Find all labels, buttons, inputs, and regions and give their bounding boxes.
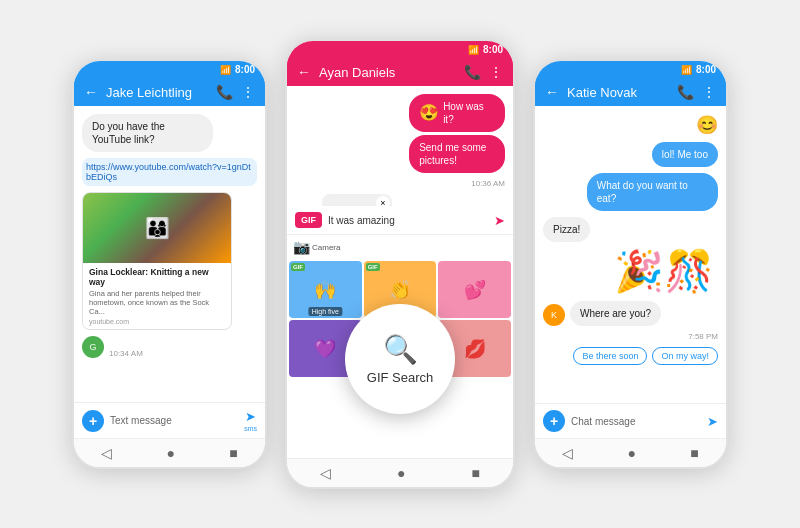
camera-label: Camera (312, 243, 340, 252)
phone2-top-bar: ← Ayan Daniels 📞 ⋮ (287, 58, 513, 86)
phone3-input-area: + Chat message ➤ (535, 403, 726, 438)
phone1-input-area: + Text message ➤ sms (74, 402, 265, 438)
youtube-preview: 👨‍👩‍👦 Gina Locklear: Knitting a new way … (82, 192, 232, 330)
sent-bubble-lol: lol! Me too (652, 142, 718, 167)
gif-cell-3[interactable]: 💕 (438, 261, 511, 318)
preview-image: 👨‍👩‍👦 (83, 193, 231, 263)
phone2-nav: ◁ ● ■ (287, 458, 513, 487)
preview-desc: Gina and her parents helped their hometo… (89, 289, 225, 316)
send-icon-3[interactable]: ➤ (707, 414, 718, 429)
category-row: 📷 Camera (287, 234, 513, 259)
chip-be-there[interactable]: Be there soon (573, 347, 647, 365)
phone1-text-input[interactable]: Text message (110, 415, 238, 426)
phone1-header: 📶 8:00 ← Jake Leichtling 📞 ⋮ (74, 61, 265, 106)
emoji-sticker: 😊 (696, 114, 718, 136)
phone3-status-bar: 📶 8:00 (535, 61, 726, 78)
send-column: ➤ sms (244, 409, 257, 432)
sent-bubble-eat: What do you want to eat? (587, 173, 718, 211)
phone3-text-input[interactable]: Chat message (571, 416, 701, 427)
preview-info: Gina Locklear: Knitting a new way Gina a… (83, 263, 231, 329)
phone3-nav: ◁ ● ■ (535, 438, 726, 467)
phone3-contact: Katie Novak (567, 85, 669, 100)
avatar: G (82, 336, 104, 358)
close-icon[interactable]: × (376, 196, 390, 206)
emoji: 😍 (419, 103, 439, 124)
signal-icons-3: 📶 (681, 65, 692, 75)
phone1-nav: ◁ ● ■ (74, 438, 265, 467)
received-where: Where are you? (570, 301, 661, 326)
send-icon-2[interactable]: ➤ (494, 213, 505, 228)
gif-magnifier[interactable]: 🔍 GIF Search (345, 304, 455, 414)
phone2-status-bar: 📶 8:00 (287, 41, 513, 58)
avatar-3: K (543, 304, 565, 326)
sent-bubble-1: 😍 How was it? (409, 94, 505, 132)
phone2-compose: GIF It was amazing ➤ (287, 206, 513, 234)
phone-3: 📶 8:00 ← Katie Novak 📞 ⋮ 😊 lol! Me too W… (533, 59, 728, 469)
compose-input[interactable]: It was amazing (328, 215, 488, 226)
phone2-header: 📶 8:00 ← Ayan Daniels 📞 ⋮ (287, 41, 513, 86)
home-nav[interactable]: ● (167, 445, 175, 461)
send-icon[interactable]: ➤ (245, 409, 256, 424)
message-bubble: Do you have the YouTube link? (82, 114, 213, 152)
gif-cell-badge-2: GIF (366, 263, 380, 271)
preview-title: Gina Locklear: Knitting a new way (89, 267, 225, 287)
gif-button[interactable]: GIF (295, 212, 322, 228)
back-icon-2[interactable]: ← (297, 64, 311, 80)
avatar-row-2: A 👩‍🦳 × (295, 194, 505, 206)
phone3-header: 📶 8:00 ← Katie Novak 📞 ⋮ (535, 61, 726, 106)
more-icon-3[interactable]: ⋮ (702, 84, 716, 100)
back-nav-2[interactable]: ◁ (320, 465, 331, 481)
home-nav-3[interactable]: ● (628, 445, 636, 461)
phones-container: 📶 8:00 ← Jake Leichtling 📞 ⋮ Do you have… (52, 19, 748, 509)
timestamp-3: 7:58 PM (688, 332, 718, 341)
phone-2: 📶 8:00 ← Ayan Daniels 📞 ⋮ 😍 How was it? … (285, 39, 515, 489)
chips-row: Be there soon On my way! (573, 347, 718, 365)
back-nav-3[interactable]: ◁ (562, 445, 573, 461)
sms-label: sms (244, 425, 257, 432)
gif-cell-1[interactable]: GIF 🙌 High five (289, 261, 362, 318)
back-icon-3[interactable]: ← (545, 84, 559, 100)
phone2-contact: Ayan Daniels (319, 65, 456, 80)
search-icon: 🔍 (383, 333, 418, 366)
timestamp-2: 10:36 AM (471, 179, 505, 188)
phone-icon[interactable]: 📞 (216, 84, 233, 100)
phone3-time: 8:00 (696, 64, 716, 75)
sent-bubble-2: Send me some pictures! (409, 135, 505, 173)
phone-icon-3[interactable]: 📞 (677, 84, 694, 100)
phone3-top-bar: ← Katie Novak 📞 ⋮ (535, 78, 726, 106)
recent-nav-3[interactable]: ■ (690, 445, 698, 461)
link-text: https://www.youtube.com/watch?v=1gnDtbED… (82, 158, 257, 186)
phone1-top-bar: ← Jake Leichtling 📞 ⋮ (74, 78, 265, 106)
home-nav-2[interactable]: ● (397, 465, 405, 481)
camera-icon: 📷 (293, 239, 310, 255)
more-icon-2[interactable]: ⋮ (489, 64, 503, 80)
camera-item[interactable]: 📷 Camera (293, 239, 340, 255)
phone3-messages: 😊 lol! Me too What do you want to eat? P… (535, 106, 726, 403)
recent-nav[interactable]: ■ (229, 445, 237, 461)
signal-icons: 📶 (220, 65, 231, 75)
received-pizza: Pizza! (543, 217, 590, 242)
add-button[interactable]: + (82, 410, 104, 432)
add-button-3[interactable]: + (543, 410, 565, 432)
phone2-messages: 😍 How was it? Send me some pictures! 10:… (287, 86, 513, 206)
chip-on-my-way[interactable]: On my way! (652, 347, 718, 365)
phone2-time: 8:00 (483, 44, 503, 55)
avatar-row-3: K Where are you? (543, 301, 718, 326)
phone1-contact: Jake Leichtling (106, 85, 208, 100)
phone1-time: 8:00 (235, 64, 255, 75)
recent-nav-2[interactable]: ■ (472, 465, 480, 481)
phone1-messages: Do you have the YouTube link? https://ww… (74, 106, 265, 402)
more-icon[interactable]: ⋮ (241, 84, 255, 100)
back-nav[interactable]: ◁ (101, 445, 112, 461)
phone-1: 📶 8:00 ← Jake Leichtling 📞 ⋮ Do you have… (72, 59, 267, 469)
avatar-row: G 10:34 AM (82, 336, 257, 358)
pizza-sticker: 🎉🎊 (614, 248, 714, 295)
gif-label-highfive: High five (309, 307, 342, 316)
gif-cell-badge: GIF (291, 263, 305, 271)
gif-search-label: GIF Search (367, 370, 433, 385)
preview-url: youtube.com (89, 318, 225, 325)
back-icon[interactable]: ← (84, 84, 98, 100)
signal-icons-2: 📶 (468, 45, 479, 55)
timestamp: 10:34 AM (109, 349, 143, 358)
phone-icon-2[interactable]: 📞 (464, 64, 481, 80)
